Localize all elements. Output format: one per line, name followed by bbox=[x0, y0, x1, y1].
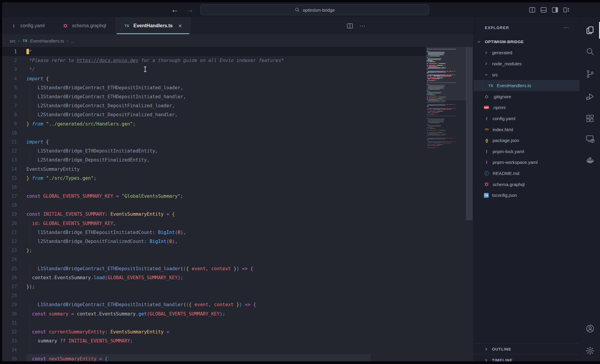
item-label: node_modules bbox=[492, 61, 521, 66]
tsbadge-file-icon: TS bbox=[484, 193, 489, 198]
explorer-title: EXPLORER bbox=[485, 25, 509, 30]
explorer-header: EXPLORER ⋯ bbox=[474, 17, 580, 31]
minimap-slider[interactable] bbox=[427, 47, 466, 100]
vertical-scrollbar[interactable] bbox=[466, 47, 472, 220]
tab-label: EventHandlers.ts bbox=[134, 23, 173, 28]
breadcrumb: src›TSEventHandlers.ts›... bbox=[2, 34, 473, 47]
activity-bar bbox=[580, 17, 600, 364]
tab-EventHandlers.ts[interactable]: TSEventHandlers.ts× bbox=[115, 17, 191, 34]
code-line-3: 3 */ bbox=[2, 65, 473, 74]
yaml-file-icon: ! bbox=[484, 149, 489, 154]
graphql-file-icon bbox=[63, 23, 68, 28]
close-icon[interactable]: × bbox=[178, 22, 182, 29]
title-bar: ← → optimism-bridge bbox=[0, 2, 600, 17]
code-line-11: 11import { bbox=[2, 138, 473, 146]
explorer-item-.gitignore[interactable]: ◇.gitignore bbox=[474, 91, 580, 102]
code-line-7: 7 L2StandardBridgeContract_DepositFinali… bbox=[2, 101, 473, 110]
run-debug-icon[interactable] bbox=[585, 91, 595, 102]
code-line-28: 28 bbox=[2, 291, 473, 300]
item-label: pnpm-workspace.yaml bbox=[493, 160, 538, 165]
explorer-item-tsconfig.json[interactable]: TStsconfig.json bbox=[474, 190, 580, 201]
explorer-item-.npmrc[interactable]: npm.npmrc bbox=[474, 102, 580, 113]
tab-label: schema.graphql bbox=[72, 23, 106, 28]
item-label: package.json bbox=[493, 138, 519, 143]
explorer-more-icon[interactable]: ⋯ bbox=[563, 24, 569, 31]
ts-file-icon: TS bbox=[124, 24, 130, 28]
explorer-icon[interactable] bbox=[585, 25, 595, 35]
layout-controls bbox=[529, 2, 570, 17]
explorer-item-OPTIMISM-BRIDGE[interactable]: OPTIMISM-BRIDGE bbox=[474, 36, 580, 47]
explorer-item-config.yaml[interactable]: !config.yaml bbox=[474, 113, 580, 124]
html-file-icon: <> bbox=[484, 127, 489, 132]
item-label: EventHandlers.ts bbox=[497, 83, 531, 88]
more-actions-icon[interactable]: ⋯ bbox=[360, 17, 366, 34]
code-line-26: 26 context.EventsSummary.load(GLOBAL_EVE… bbox=[2, 273, 473, 282]
search-icon[interactable] bbox=[585, 46, 595, 57]
git-file-icon: ◇ bbox=[484, 94, 489, 99]
command-center-search[interactable]: optimism-bridge bbox=[200, 4, 429, 15]
layout-grid-icon[interactable] bbox=[563, 6, 570, 13]
item-label: OPTIMISM-BRIDGE bbox=[485, 40, 524, 44]
code-line-2: 2 *Please refer to https://docs.envio.de… bbox=[2, 56, 473, 65]
code-line-29: 29 L1StandardBridgeContract_ETHDepositIn… bbox=[2, 300, 473, 309]
extensions-icon[interactable] bbox=[585, 114, 595, 124]
breadcrumb-item-EventHandlers.ts[interactable]: TSEventHandlers.ts bbox=[22, 38, 64, 43]
code-line-34: 34 bbox=[2, 345, 473, 354]
item-label: pnpm-lock.yaml bbox=[493, 149, 524, 154]
source-control-icon[interactable] bbox=[585, 69, 595, 79]
tab-config.yaml[interactable]: !config.yaml bbox=[2, 17, 54, 34]
breadcrumb-item-src[interactable]: src bbox=[10, 38, 16, 43]
explorer-item-package.json[interactable]: {}package.json bbox=[474, 135, 580, 146]
remote-explorer-icon[interactable] bbox=[585, 134, 595, 144]
npm-file-icon: npm bbox=[484, 106, 489, 109]
account-icon[interactable] bbox=[585, 324, 595, 334]
settings-icon[interactable] bbox=[585, 346, 595, 356]
forward-arrow-icon[interactable]: → bbox=[186, 2, 194, 17]
explorer-item-node_modules[interactable]: node_modules bbox=[474, 58, 580, 69]
split-columns-icon[interactable] bbox=[529, 6, 536, 13]
explorer-sidebar: EXPLORER ⋯ OPTIMISM-BRIDGEgeneratednode_… bbox=[473, 17, 580, 364]
code-line-20: 20 id: GLOBAL_EVENTS_SUMMARY_KEY, bbox=[2, 219, 473, 228]
explorer-item-index.html[interactable]: <>index.html bbox=[474, 124, 580, 135]
code-line-14: 14EventsSummaryEntity bbox=[2, 164, 473, 173]
search-value: optimism-bridge bbox=[303, 7, 335, 13]
panel-bottom-icon[interactable] bbox=[540, 6, 547, 13]
explorer-item-schema.graphql[interactable]: schema.graphql bbox=[474, 179, 580, 190]
back-arrow-icon[interactable]: ← bbox=[171, 2, 179, 17]
docker-icon[interactable] bbox=[585, 155, 595, 165]
chevron-right-icon bbox=[484, 347, 488, 351]
code-line-18: 18 bbox=[2, 201, 473, 210]
code-line-23: 23}; bbox=[2, 246, 473, 255]
code-line-4: 4import { bbox=[2, 74, 473, 83]
explorer-item-src[interactable]: src bbox=[474, 69, 580, 80]
explorer-item-generated[interactable]: generated bbox=[474, 47, 580, 58]
horizontal-scrollbar[interactable] bbox=[26, 354, 371, 362]
item-label: schema.graphql bbox=[493, 182, 525, 187]
item-label: .npmrc bbox=[492, 105, 506, 110]
item-label: README.md bbox=[493, 171, 519, 176]
code-line-19: 19const INITIAL_EVENTS_SUMMARY: EventsSu… bbox=[2, 210, 473, 219]
code-editor[interactable]: 1/*2 *Please refer to https://docs.envio… bbox=[2, 47, 473, 364]
explorer-item-README.md[interactable]: iREADME.md bbox=[474, 168, 580, 179]
ts-file-icon: TS bbox=[22, 39, 28, 43]
window-edge-left bbox=[0, 0, 2, 364]
explorer-item-pnpm-lock.yaml[interactable]: !pnpm-lock.yaml bbox=[474, 146, 580, 157]
code-line-30: 30 const summary = context.EventsSummary… bbox=[2, 309, 473, 318]
code-line-27: 27}); bbox=[2, 282, 473, 291]
item-label: config.yaml bbox=[493, 116, 515, 121]
panel-outline[interactable]: OUTLINE bbox=[474, 343, 580, 354]
code-line-8: 8 L2StandardBridgeContract_DepositFinali… bbox=[2, 110, 473, 119]
code-line-6: 6 L1StandardBridgeContract_ETHDepositIni… bbox=[2, 92, 473, 101]
chevron-down-icon bbox=[484, 72, 489, 77]
graphql-file-icon bbox=[484, 182, 489, 187]
panel-right-icon[interactable] bbox=[551, 6, 559, 13]
tab-bar: !config.yaml schema.graphqlTSEventHandle… bbox=[2, 17, 473, 34]
code-line-16: 16 bbox=[2, 183, 473, 192]
code-lines: 1/*2 *Please refer to https://docs.envio… bbox=[2, 47, 473, 364]
item-label: .gitignore bbox=[493, 94, 511, 99]
explorer-item-EventHandlers.ts[interactable]: TSEventHandlers.ts bbox=[474, 80, 580, 91]
split-editor-icon[interactable] bbox=[346, 17, 353, 34]
explorer-item-pnpm-workspace.yaml[interactable]: !pnpm-workspace.yaml bbox=[474, 157, 580, 168]
breadcrumb-item-...[interactable]: ... bbox=[71, 38, 75, 43]
tab-schema.graphql[interactable]: schema.graphql bbox=[54, 17, 115, 34]
